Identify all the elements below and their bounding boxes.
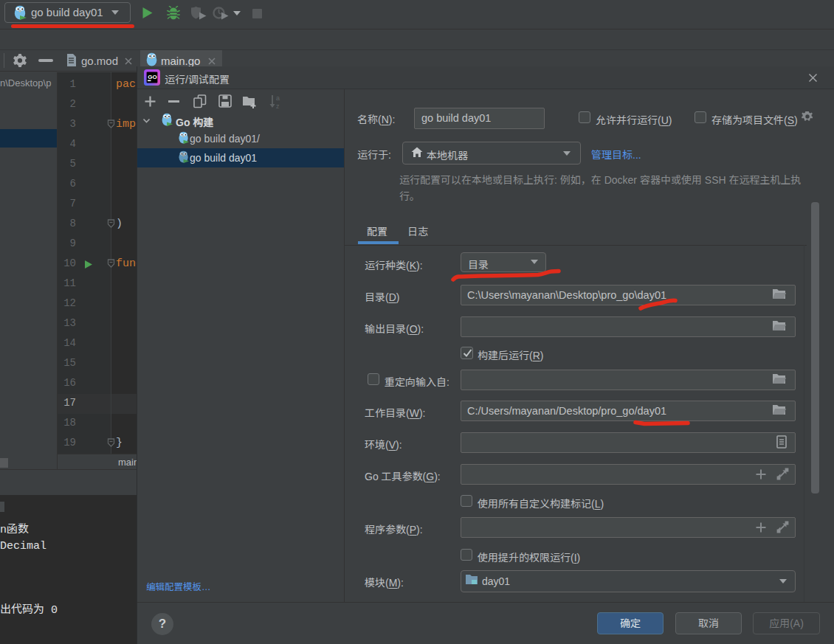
svg-text:a: a [276,94,280,102]
svg-text:GO: GO [148,74,156,80]
svg-text:z: z [276,103,280,109]
